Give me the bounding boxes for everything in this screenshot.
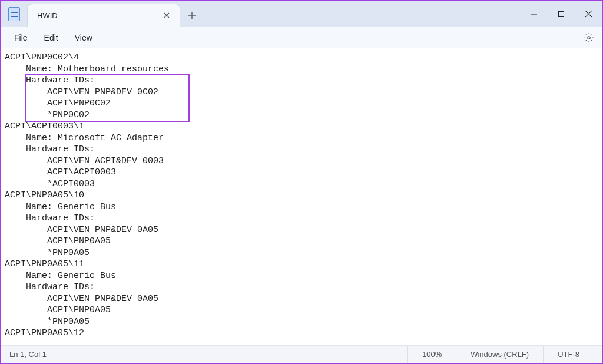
statusbar: Ln 1, Col 1 100% Windows (CRLF) UTF-8 (1, 345, 602, 363)
svg-rect-5 (559, 11, 564, 16)
editor-text[interactable]: ACPI\PNP0C02\4 Name: Motherboard resourc… (1, 48, 602, 339)
app-icon-wrap (1, 1, 27, 27)
settings-button[interactable] (582, 31, 596, 45)
window-frame: HWID File Edit View (0, 0, 603, 364)
window-controls (521, 1, 602, 27)
status-encoding[interactable]: UTF-8 (543, 346, 594, 363)
minimize-button[interactable] (521, 5, 548, 24)
editor-area[interactable]: ACPI\PNP0C02\4 Name: Motherboard resourc… (1, 48, 602, 345)
close-window-button[interactable] (575, 5, 602, 24)
status-line-ending[interactable]: Windows (CRLF) (456, 346, 543, 363)
tab-hwid[interactable]: HWID (27, 4, 180, 27)
svg-point-8 (588, 36, 591, 39)
menu-file[interactable]: File (6, 29, 36, 46)
menu-edit[interactable]: Edit (36, 29, 67, 46)
menubar: File Edit View (1, 27, 602, 48)
maximize-button[interactable] (548, 5, 575, 24)
titlebar: HWID (1, 1, 602, 27)
new-tab-button[interactable] (180, 4, 204, 27)
menu-view[interactable]: View (67, 29, 101, 46)
notepad-icon (8, 7, 20, 21)
tab-close-button[interactable] (158, 7, 175, 24)
tab-title: HWID (37, 11, 154, 20)
status-cursor: Ln 1, Col 1 (9, 350, 407, 359)
status-zoom[interactable]: 100% (407, 346, 456, 363)
